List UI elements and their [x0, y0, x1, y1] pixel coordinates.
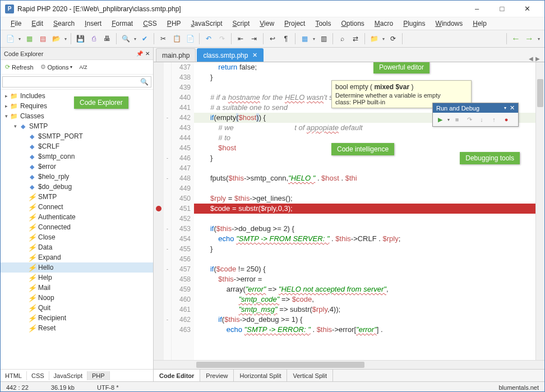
- nav-back-button[interactable]: ←: [510, 33, 522, 45]
- tab-prev-icon[interactable]: ◀: [529, 56, 533, 62]
- fold-toggle[interactable]: [164, 274, 171, 284]
- horizontal-scrollbar[interactable]: [194, 361, 535, 369]
- menu-search[interactable]: Search: [49, 19, 79, 29]
- tree-item-connect[interactable]: ⚡Connect: [1, 202, 153, 212]
- menu-script[interactable]: Script: [228, 19, 255, 29]
- menu-file[interactable]: File: [6, 19, 26, 29]
- menu-php[interactable]: PHP: [163, 19, 186, 29]
- fold-toggle[interactable]: [164, 234, 171, 244]
- sort-button[interactable]: A/Z: [77, 63, 89, 71]
- new-css-button[interactable]: ▤: [36, 33, 49, 45]
- tree-item-smtpconn[interactable]: ◆$smtp_conn: [1, 151, 153, 162]
- tab-close-icon[interactable]: ✕: [252, 52, 257, 59]
- dropdown-icon[interactable]: ▾: [537, 36, 541, 41]
- menu-macro[interactable]: Macro: [370, 19, 398, 29]
- menu-format[interactable]: Format: [107, 19, 137, 29]
- debug-stop-button[interactable]: ■: [452, 115, 462, 124]
- fold-toggle[interactable]: [164, 183, 171, 193]
- tree-item-hello[interactable]: ⚡Hello: [1, 262, 153, 273]
- editor-tab[interactable]: class.smtp.php✕: [197, 48, 264, 62]
- fold-toggle[interactable]: -: [164, 173, 171, 183]
- menu-css[interactable]: CSS: [138, 19, 161, 29]
- breakpoint-slot[interactable]: [154, 204, 164, 214]
- undo-button[interactable]: ↶: [202, 33, 215, 45]
- breakpoint-slot[interactable]: [154, 315, 164, 325]
- breakpoint-slot[interactable]: [154, 294, 164, 305]
- tree-item-help[interactable]: ⚡Help: [1, 273, 153, 283]
- nav-fwd-button[interactable]: →: [523, 33, 535, 45]
- max-button[interactable]: □: [489, 1, 515, 17]
- fold-toggle[interactable]: [164, 82, 171, 93]
- fold-toggle[interactable]: [164, 93, 171, 103]
- bottom-tab-vertical-split[interactable]: Vertical Split: [287, 370, 333, 381]
- close-icon[interactable]: ✕: [510, 104, 515, 112]
- sync-button[interactable]: ⟳: [387, 33, 399, 45]
- breakpoint-slot[interactable]: [154, 143, 164, 153]
- debug-run-button[interactable]: ▶: [435, 115, 445, 124]
- breakpoint-slot[interactable]: [154, 254, 164, 264]
- tree-item-recipient[interactable]: ⚡Recipient: [1, 313, 153, 323]
- find-button[interactable]: ⌕: [336, 33, 348, 45]
- dropdown-icon[interactable]: ▾: [381, 36, 386, 41]
- breakpoint-slot[interactable]: [154, 183, 164, 193]
- menu-plugins[interactable]: Plugins: [399, 19, 429, 29]
- print-button[interactable]: 🖶: [101, 33, 113, 45]
- pin-icon[interactable]: 📌: [136, 50, 143, 57]
- tree-item-authenticate[interactable]: ⚡Authenticate: [1, 212, 153, 222]
- menu-edit[interactable]: Edit: [27, 19, 48, 29]
- copy-button[interactable]: 📋: [170, 33, 183, 45]
- tree-item-crlf[interactable]: ◆$CRLF: [1, 141, 153, 151]
- lang-tab-javascript[interactable]: JavaScript: [49, 371, 87, 380]
- fold-toggle[interactable]: [164, 305, 171, 315]
- refresh-button[interactable]: ⟳Refresh: [3, 62, 36, 72]
- menu-project[interactable]: Project: [280, 19, 310, 29]
- new-file-button[interactable]: 📄: [4, 33, 16, 45]
- breakpoint-slot[interactable]: [154, 274, 164, 284]
- tree-item-smtpport[interactable]: ◆$SMTP_PORT: [1, 131, 153, 141]
- breakpoint-slot[interactable]: [154, 173, 164, 183]
- breakpoint-slot[interactable]: [154, 234, 164, 244]
- tab-next-icon[interactable]: ▶: [535, 56, 540, 62]
- fold-toggle[interactable]: -: [164, 244, 171, 254]
- tree-item-close[interactable]: ⚡Close: [1, 232, 153, 242]
- open-folder-button[interactable]: 📂: [50, 33, 62, 45]
- fold-toggle[interactable]: -: [164, 315, 171, 325]
- bottom-tab-code-editor[interactable]: Code Editor: [154, 370, 200, 381]
- lang-tab-css[interactable]: CSS: [27, 371, 49, 380]
- indent-right-button[interactable]: ⇥: [248, 33, 260, 45]
- dropdown-icon[interactable]: ▾: [312, 36, 316, 41]
- breakpoint-slot[interactable]: [154, 62, 164, 72]
- options-button[interactable]: ⚙Options▾: [38, 62, 75, 72]
- code-body[interactable]: bool empty ( mixed $var ) Determine whet…: [194, 62, 535, 360]
- save-all-button[interactable]: ⎙: [87, 33, 100, 45]
- tree-item-quit[interactable]: ⚡Quit: [1, 303, 153, 313]
- fold-toggle[interactable]: -: [164, 224, 171, 234]
- ftp-button[interactable]: 📁: [368, 33, 380, 45]
- preview-button[interactable]: ▥: [317, 33, 330, 45]
- fold-toggle[interactable]: [164, 103, 171, 113]
- breakpoint-slot[interactable]: [154, 72, 164, 82]
- fold-toggle[interactable]: [164, 254, 171, 264]
- close-button[interactable]: ✕: [515, 1, 540, 17]
- explorer-search-input[interactable]: [2, 76, 151, 87]
- breakpoint-slot[interactable]: [154, 123, 164, 133]
- menu-view[interactable]: View: [255, 19, 279, 29]
- fold-toggle[interactable]: [164, 284, 171, 294]
- fold-toggle[interactable]: [164, 294, 171, 305]
- fold-toggle[interactable]: [164, 143, 171, 153]
- breakpoint-slot[interactable]: [154, 193, 164, 204]
- fold-toggle[interactable]: [164, 193, 171, 204]
- tree-item-error[interactable]: ◆$error: [1, 162, 153, 172]
- invisible-button[interactable]: ¶: [280, 33, 292, 45]
- vertical-scrollbar[interactable]: [535, 62, 544, 360]
- fold-toggle[interactable]: [164, 163, 171, 173]
- breakpoint-slot[interactable]: [154, 325, 164, 335]
- debug-step-out-button[interactable]: ↑: [489, 115, 499, 124]
- editor-tab[interactable]: main.php: [156, 48, 196, 62]
- min-button[interactable]: –: [464, 1, 489, 17]
- tree-item-connected[interactable]: ⚡Connected: [1, 222, 153, 232]
- breakpoint-slot[interactable]: [154, 305, 164, 315]
- breakpoint-slot[interactable]: [154, 224, 164, 234]
- menu-options[interactable]: Options: [336, 19, 368, 29]
- word-wrap-button[interactable]: ↩: [266, 33, 279, 45]
